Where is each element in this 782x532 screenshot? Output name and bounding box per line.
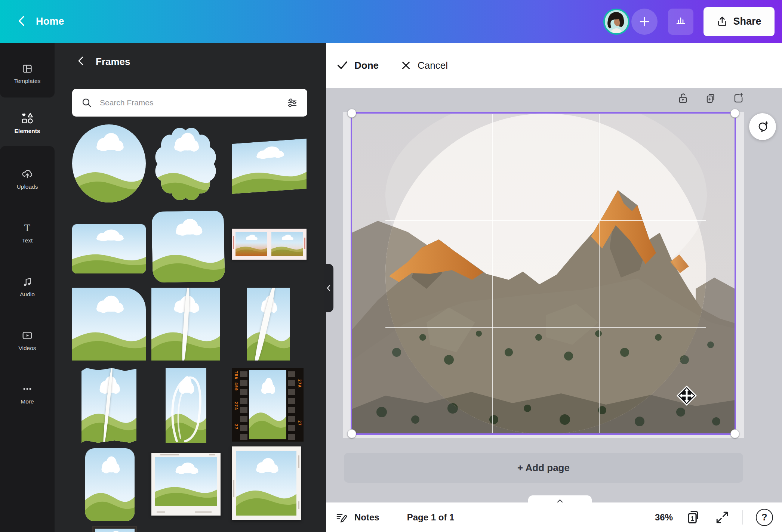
unlock-icon[interactable] bbox=[677, 92, 689, 105]
bar-chart-icon bbox=[675, 16, 687, 28]
sidebar-item-templates[interactable]: Templates bbox=[0, 50, 55, 98]
frame-thumb-bordered-print[interactable] bbox=[232, 446, 301, 520]
top-bar: Home bbox=[0, 0, 782, 43]
insights-button[interactable] bbox=[668, 9, 693, 35]
sidebar-item-label: Audio bbox=[20, 291, 35, 298]
frame-thumb-ripped-edge-portrait[interactable] bbox=[81, 368, 136, 443]
sidebar-item-label: Uploads bbox=[17, 183, 38, 190]
crop-handle-bottom-right[interactable] bbox=[730, 429, 739, 438]
canva-editor: Home bbox=[0, 0, 782, 532]
frame-thumb-torn-diagonal-portrait[interactable] bbox=[247, 288, 290, 361]
add-comment-button[interactable] bbox=[749, 113, 776, 140]
text-icon: T bbox=[22, 223, 33, 234]
audio-icon bbox=[21, 276, 33, 288]
crop-handle-bottom-left[interactable] bbox=[347, 429, 356, 438]
frames-panel: Frames bbox=[55, 43, 326, 532]
panel-collapse-handle[interactable] bbox=[324, 264, 333, 312]
close-icon bbox=[400, 60, 412, 71]
frame-thumb-scalloped-circle[interactable] bbox=[152, 124, 219, 204]
sidebar-item-label: Text bbox=[22, 237, 33, 244]
grid-view-button[interactable]: 1 bbox=[686, 509, 702, 526]
divider bbox=[742, 510, 743, 525]
frame-thumb-blob-square[interactable] bbox=[151, 210, 225, 282]
notes-button[interactable]: Notes bbox=[335, 511, 379, 524]
sidebar-item-label: More bbox=[21, 398, 34, 405]
sidebar-item-audio[interactable]: Audio bbox=[0, 263, 55, 310]
sidebar-item-text[interactable]: T Text bbox=[0, 209, 55, 257]
plus-icon bbox=[639, 16, 650, 27]
move-cursor-icon bbox=[676, 385, 698, 408]
done-button[interactable]: Done bbox=[336, 59, 379, 71]
page-indicator[interactable]: Page 1 of 1 bbox=[407, 512, 455, 523]
sidebar-item-label: Elements bbox=[15, 128, 40, 134]
home-link[interactable]: Home bbox=[36, 16, 64, 27]
sidebar-item-videos[interactable]: Videos bbox=[0, 316, 55, 364]
share-button[interactable]: Share bbox=[704, 7, 775, 36]
more-dots-icon bbox=[21, 383, 33, 395]
sidebar-item-label: Templates bbox=[14, 78, 41, 84]
scribble-outline bbox=[166, 368, 206, 443]
videos-icon bbox=[21, 330, 33, 341]
back-chevron-icon[interactable] bbox=[16, 15, 28, 29]
canvas-area[interactable]: + Add page bbox=[326, 88, 782, 502]
search-bar[interactable] bbox=[72, 89, 307, 117]
object-toolbar bbox=[677, 92, 745, 105]
panel-back-chevron-icon[interactable] bbox=[76, 55, 86, 68]
crop-toolbar: Done Cancel bbox=[326, 43, 782, 88]
share-label: Share bbox=[733, 16, 761, 27]
comment-plus-icon bbox=[756, 120, 769, 133]
collapse-chevron-icon bbox=[326, 284, 331, 292]
frame-thumb-rounded-landscape[interactable] bbox=[72, 224, 146, 273]
search-icon bbox=[81, 97, 92, 108]
fullscreen-icon[interactable] bbox=[715, 510, 730, 525]
frame-thumb-circle[interactable] bbox=[72, 124, 146, 202]
svg-text:1: 1 bbox=[690, 515, 694, 522]
elements-icon bbox=[21, 112, 34, 124]
sidebar-item-uploads[interactable]: Uploads bbox=[0, 155, 55, 203]
help-button[interactable]: ? bbox=[756, 509, 773, 526]
frame-thumb-scribble-portrait[interactable] bbox=[166, 368, 206, 443]
sidebar-rail: Templates Elements Uploads T Text bbox=[0, 43, 55, 532]
create-new-button[interactable] bbox=[631, 9, 658, 35]
frame-thumb-rounded-portrait[interactable] bbox=[85, 448, 135, 521]
panel-title: Frames bbox=[96, 56, 130, 68]
add-page-button[interactable]: + Add page bbox=[344, 453, 743, 483]
check-icon bbox=[336, 59, 348, 71]
zoom-level[interactable]: 36% bbox=[655, 512, 673, 523]
sidebar-item-label: Videos bbox=[18, 345, 36, 352]
crop-handle-top-left[interactable] bbox=[347, 109, 356, 118]
frame-thumb-skewed-rectangle[interactable] bbox=[232, 139, 307, 194]
share-upload-icon bbox=[717, 16, 728, 27]
frame-thumb-torn-center-portrait[interactable] bbox=[151, 288, 220, 361]
bottom-bar: Notes Page 1 of 1 36% 1 ? bbox=[326, 502, 782, 532]
add-to-folder-icon[interactable] bbox=[732, 92, 745, 105]
frame-thumb-film-double[interactable] bbox=[232, 229, 307, 260]
frame-thumb-film-strip-vertical[interactable]: TRA 400 27A 27 27A 27 bbox=[232, 368, 304, 442]
filter-sliders-icon[interactable] bbox=[286, 97, 298, 109]
pages-icon: 1 bbox=[686, 509, 702, 526]
frame-thumb-round-corner-portrait[interactable] bbox=[72, 288, 146, 361]
uploads-icon bbox=[21, 168, 33, 180]
frame-thumb-polaroid[interactable] bbox=[151, 453, 221, 516]
templates-icon bbox=[22, 63, 33, 74]
sidebar-item-elements[interactable]: Elements bbox=[0, 99, 55, 147]
cancel-button[interactable]: Cancel bbox=[400, 60, 448, 71]
avatar[interactable] bbox=[603, 9, 629, 35]
notes-icon bbox=[335, 511, 348, 524]
search-input[interactable] bbox=[100, 98, 279, 107]
duplicate-icon[interactable] bbox=[704, 92, 717, 105]
crop-handle-top-right[interactable] bbox=[730, 109, 739, 118]
help-glyph: ? bbox=[761, 512, 767, 523]
svg-text:T: T bbox=[24, 223, 30, 233]
sidebar-item-more[interactable]: More bbox=[0, 370, 55, 418]
frame-thumb-partial-next-row[interactable] bbox=[92, 526, 137, 532]
